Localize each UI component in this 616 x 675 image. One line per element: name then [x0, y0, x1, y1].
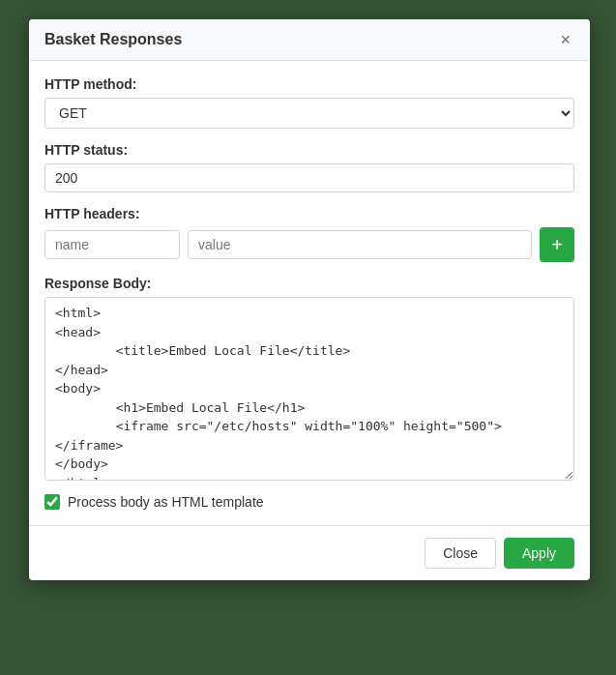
- headers-row: +: [44, 227, 574, 262]
- header-value-input[interactable]: [188, 230, 532, 259]
- close-button[interactable]: Close: [425, 538, 496, 569]
- response-body-group: Response Body:: [44, 276, 574, 481]
- basket-responses-modal: Basket Responses × HTTP method: GETPOSTP…: [29, 19, 590, 580]
- modal-body: HTTP method: GETPOSTPUTDELETEPATCHHEADOP…: [29, 61, 590, 525]
- modal-close-button[interactable]: ×: [556, 31, 574, 48]
- http-headers-label: HTTP headers:: [44, 206, 574, 221]
- http-headers-group: HTTP headers: +: [44, 206, 574, 262]
- http-status-input[interactable]: [44, 163, 574, 192]
- process-html-row: Process body as HTML template: [44, 494, 574, 510]
- header-name-input[interactable]: [44, 230, 180, 259]
- apply-button[interactable]: Apply: [504, 538, 574, 569]
- modal-title: Basket Responses: [44, 31, 182, 48]
- http-status-group: HTTP status:: [44, 142, 574, 192]
- response-body-textarea[interactable]: [44, 297, 574, 481]
- plus-icon: +: [551, 234, 563, 256]
- http-status-label: HTTP status:: [44, 142, 574, 158]
- modal-footer: Close Apply: [29, 525, 590, 580]
- modal-header: Basket Responses ×: [29, 19, 590, 61]
- response-body-label: Response Body:: [44, 276, 574, 291]
- process-html-label[interactable]: Process body as HTML template: [68, 494, 264, 510]
- http-method-label: HTTP method:: [44, 76, 574, 92]
- process-html-checkbox[interactable]: [44, 494, 60, 510]
- http-method-group: HTTP method: GETPOSTPUTDELETEPATCHHEADOP…: [44, 76, 574, 129]
- http-method-select[interactable]: GETPOSTPUTDELETEPATCHHEADOPTIONS: [44, 98, 574, 129]
- add-header-button[interactable]: +: [540, 227, 574, 262]
